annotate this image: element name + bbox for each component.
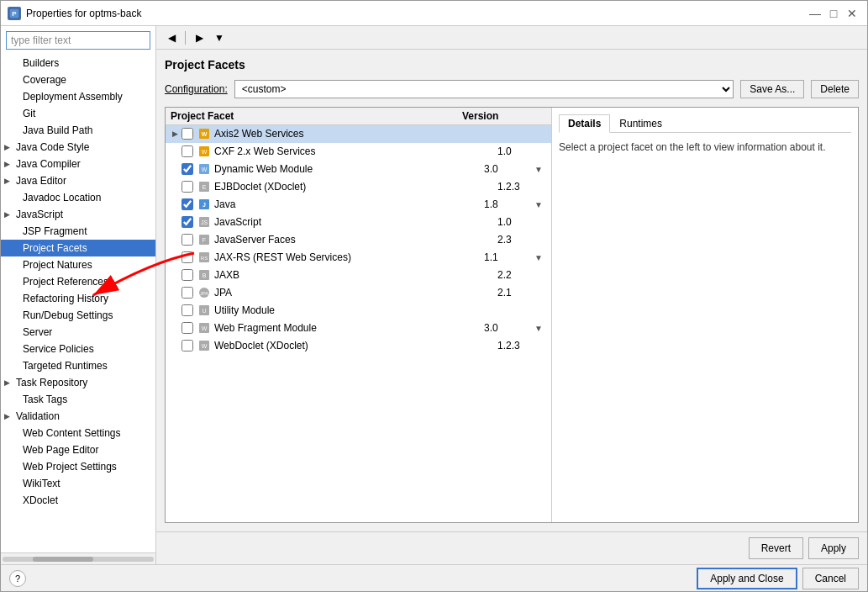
- sidebar-item-java-build-path[interactable]: Java Build Path: [1, 122, 155, 139]
- tab-runtimes[interactable]: Runtimes: [610, 114, 671, 133]
- title-text: Properties for optms-back: [26, 8, 141, 19]
- sidebar-item-jsp-fragment[interactable]: JSP Fragment: [1, 223, 155, 240]
- facet-checkbox-cxf[interactable]: [181, 145, 194, 157]
- facet-dropdown-web-fragment[interactable]: ▼: [534, 324, 548, 333]
- sidebar-item-xdoclet[interactable]: XDoclet: [1, 492, 155, 509]
- sidebar-item-wikitext[interactable]: WikiText: [1, 475, 155, 492]
- facet-row-jsf[interactable]: F JavaServer Faces 2.3: [166, 231, 551, 249]
- sidebar-item-refactoring-history[interactable]: Refactoring History: [1, 290, 155, 307]
- facet-row-web-fragment[interactable]: W Web Fragment Module 3.0 ▼: [166, 320, 551, 337]
- sidebar-item-java-compiler[interactable]: ▶ Java Compiler: [1, 156, 155, 172]
- sidebar-item-label: Coverage: [23, 74, 66, 86]
- facet-dropdown-java[interactable]: ▼: [534, 200, 548, 209]
- sidebar-item-coverage[interactable]: Coverage: [1, 71, 155, 88]
- configuration-label: Configuration:: [165, 83, 228, 95]
- sidebar-item-targeted-runtimes[interactable]: Targeted Runtimes: [1, 357, 155, 374]
- svg-text:B: B: [203, 272, 207, 278]
- sidebar-item-project-references[interactable]: Project References: [1, 273, 155, 290]
- right-content: ◀ ▶ ▼ Project Facets Configuration: <cus…: [156, 26, 867, 564]
- maximize-button[interactable]: □: [825, 5, 842, 22]
- facet-dropdown-dynamic-web[interactable]: ▼: [534, 165, 548, 174]
- facet-name-axis2: Axis2 Web Services: [214, 128, 497, 140]
- facet-icon-cxf: W: [197, 145, 211, 158]
- delete-button[interactable]: Delete: [811, 80, 859, 98]
- facet-checkbox-web-fragment[interactable]: [181, 322, 194, 334]
- sidebar-item-javadoc-location[interactable]: Javadoc Location: [1, 189, 155, 206]
- svg-text:U: U: [202, 308, 206, 314]
- revert-button[interactable]: Revert: [749, 537, 803, 559]
- svg-text:W: W: [202, 343, 208, 349]
- facet-checkbox-dynamic-web[interactable]: [181, 163, 194, 175]
- sidebar-item-service-policies[interactable]: Service Policies: [1, 341, 155, 357]
- close-button[interactable]: ✕: [844, 5, 860, 22]
- history-dropdown-button[interactable]: ▼: [211, 29, 228, 46]
- facet-row-utility[interactable]: U Utility Module: [166, 302, 551, 320]
- sidebar-item-task-repository[interactable]: ▶ Task Repository: [1, 374, 155, 391]
- sidebar-item-server[interactable]: Server: [1, 324, 155, 341]
- facet-row-ejbdoclet[interactable]: E EJBDoclet (XDoclet) 1.2.3: [166, 178, 551, 196]
- save-as-button[interactable]: Save As...: [740, 80, 804, 98]
- expand-icon: ▶: [4, 177, 13, 185]
- filter-input[interactable]: [6, 31, 150, 50]
- facet-row-jaxrs[interactable]: RS JAX-RS (REST Web Services) 1.1 ▼: [166, 249, 551, 267]
- facet-row-cxf[interactable]: W CXF 2.x Web Services 1.0: [166, 143, 551, 161]
- facet-row-dynamic-web[interactable]: W Dynamic Web Module 3.0 ▼: [166, 161, 551, 178]
- sidebar-item-task-tags[interactable]: Task Tags: [1, 391, 155, 408]
- sidebar-item-javascript[interactable]: ▶ JavaScript: [1, 206, 155, 223]
- back-button[interactable]: ◀: [163, 29, 180, 46]
- sidebar-item-java-code-style[interactable]: ▶ Java Code Style: [1, 139, 155, 156]
- help-button[interactable]: ?: [9, 570, 26, 587]
- sidebar-item-builders[interactable]: Builders: [1, 55, 155, 71]
- configuration-select[interactable]: <custom>: [234, 80, 734, 98]
- svg-text:JS: JS: [201, 219, 208, 225]
- facet-checkbox-jpa[interactable]: [181, 287, 194, 299]
- facet-row-webdoclet[interactable]: W WebDoclet (XDoclet) 1.2.3: [166, 337, 551, 355]
- facet-row-javascript[interactable]: JS JavaScript 1.0: [166, 214, 551, 231]
- sidebar-scrollbar[interactable]: [1, 552, 155, 564]
- footer-right: Apply and Close Cancel: [697, 568, 859, 589]
- facet-checkbox-java[interactable]: [181, 198, 194, 210]
- facet-version-javascript: 1.0: [497, 216, 548, 228]
- facet-checkbox-jaxrs[interactable]: [181, 251, 194, 263]
- sidebar-item-label: Task Tags: [23, 394, 67, 405]
- facet-name-jaxrs: JAX-RS (REST Web Services): [214, 251, 484, 263]
- sidebar-item-deployment-assembly[interactable]: Deployment Assembly: [1, 88, 155, 105]
- apply-button[interactable]: Apply: [808, 537, 859, 559]
- facet-icon-utility: U: [197, 304, 211, 317]
- sidebar-item-label: Refactoring History: [23, 293, 108, 304]
- expand-icon[interactable]: ▶: [169, 130, 181, 138]
- sidebar-item-run-debug-settings[interactable]: Run/Debug Settings: [1, 307, 155, 324]
- facet-checkbox-javascript[interactable]: [181, 216, 194, 228]
- svg-text:E: E: [203, 184, 207, 190]
- facets-panel: Project Facet Version ▶ W Axi: [165, 107, 859, 523]
- facet-row-jaxb[interactable]: B JAXB 2.2: [166, 267, 551, 284]
- facet-checkbox-axis2[interactable]: [181, 128, 194, 140]
- sidebar-item-java-editor[interactable]: ▶ Java Editor: [1, 172, 155, 189]
- facet-row-jpa[interactable]: JPA JPA 2.1: [166, 284, 551, 302]
- sidebar-item-web-page-editor[interactable]: Web Page Editor: [1, 441, 155, 458]
- facet-checkbox-ejbdoclet[interactable]: [181, 181, 194, 193]
- sidebar-item-label: Java Build Path: [23, 124, 92, 136]
- facet-checkbox-jaxb[interactable]: [181, 269, 194, 281]
- facet-row-axis2[interactable]: ▶ W Axis2 Web Services: [166, 125, 551, 143]
- tab-details[interactable]: Details: [559, 114, 610, 133]
- minimize-button[interactable]: —: [807, 5, 823, 22]
- facet-row-java[interactable]: J Java 1.8 ▼: [166, 196, 551, 214]
- facet-checkbox-jsf[interactable]: [181, 234, 194, 246]
- facet-checkbox-webdoclet[interactable]: [181, 340, 194, 352]
- scrollbar-thumb: [33, 557, 93, 562]
- sidebar-item-project-natures[interactable]: Project Natures: [1, 256, 155, 273]
- sidebar-item-validation[interactable]: ▶ Validation: [1, 408, 155, 425]
- sidebar-item-web-content-settings[interactable]: Web Content Settings: [1, 425, 155, 441]
- expand-icon: ▶: [4, 143, 13, 151]
- cancel-button[interactable]: Cancel: [802, 568, 859, 589]
- sidebar-item-web-project-settings[interactable]: Web Project Settings: [1, 458, 155, 475]
- facet-checkbox-utility[interactable]: [181, 304, 194, 316]
- apply-close-button[interactable]: Apply and Close: [697, 568, 797, 589]
- sidebar-item-project-facets[interactable]: Project Facets: [1, 240, 155, 256]
- forward-button[interactable]: ▶: [191, 29, 208, 46]
- properties-window: P Properties for optms-back — □ ✕ Builde…: [0, 0, 868, 592]
- sidebar-item-git[interactable]: Git: [1, 105, 155, 122]
- facet-icon-ejbdoclet: E: [197, 180, 211, 193]
- facet-dropdown-jaxrs[interactable]: ▼: [534, 253, 548, 262]
